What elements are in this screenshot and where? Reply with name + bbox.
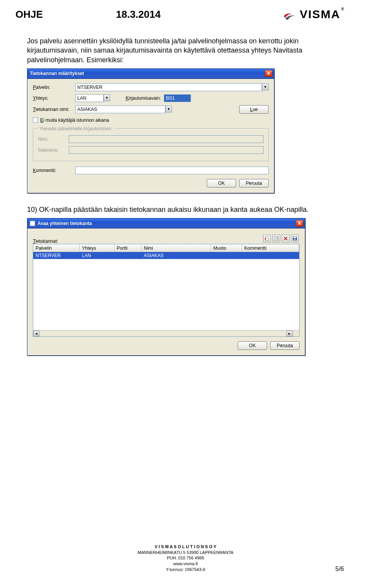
label-yhteys: Yhteys: bbox=[33, 95, 75, 101]
close-icon[interactable]: ✕ bbox=[296, 220, 303, 227]
col-muoto[interactable]: Muoto bbox=[211, 244, 242, 252]
footer-address: MANNERHEIMINKATU 5 53900 LAPPEENRANTA bbox=[0, 550, 371, 556]
cell-palvelin: NTSERVER bbox=[33, 253, 80, 258]
db-settings-titlebar[interactable]: Tietokannan määritykset ✕ bbox=[27, 69, 274, 79]
db-grid[interactable]: Palvelin Yhteys Portti Nimi Muoto Kommen… bbox=[33, 244, 300, 337]
grid-header: Palvelin Yhteys Portti Nimi Muoto Kommen… bbox=[33, 244, 299, 252]
footer-company: V I S M A S O L U T I O N S O Y bbox=[0, 544, 371, 550]
step10-paragraph: 10) OK-napilla päästään takaisin tietoka… bbox=[27, 205, 344, 214]
input-kommentti[interactable] bbox=[75, 167, 269, 174]
label-salasana: Salasana: bbox=[38, 147, 69, 153]
registered-icon: ® bbox=[341, 7, 345, 11]
chevron-down-icon[interactable]: ▼ bbox=[262, 84, 269, 90]
cell-nimi: ASIAKAS bbox=[141, 253, 211, 258]
svg-point-5 bbox=[275, 239, 276, 240]
chevron-down-icon[interactable]: ▼ bbox=[104, 94, 110, 101]
label-kommentti: Kommentti: bbox=[33, 168, 75, 173]
input-palvelin[interactable]: NTSERVER bbox=[75, 84, 262, 91]
label-ei-muita: Ei muita käyttäjiä istunnon aikana bbox=[40, 118, 109, 123]
open-db-titlebar[interactable]: Avaa yhteinen tietokanta ✕ bbox=[27, 218, 305, 228]
col-palvelin[interactable]: Palvelin bbox=[33, 244, 80, 252]
group-legend: Yleiselle palvelimelle kirjautuminen: bbox=[38, 126, 114, 131]
label-tietokannan-nimi: Tietokannan nimi: bbox=[33, 107, 75, 112]
page-number: 5/6 bbox=[335, 566, 344, 573]
input-salasana bbox=[69, 146, 264, 154]
svg-point-4 bbox=[275, 238, 276, 239]
intro-paragraph: Jos palvelu asennettiin yksilöidyllä tun… bbox=[27, 36, 344, 65]
col-kommentti[interactable]: Kommentti bbox=[242, 244, 299, 252]
new-icon[interactable] bbox=[263, 235, 271, 242]
input-kirjautumisavain[interactable]: BS1 bbox=[164, 94, 191, 102]
group-palvelimelle-kirjautuminen: Yleiselle palvelimelle kirjautuminen: Ni… bbox=[33, 126, 269, 161]
chevron-down-icon[interactable]: ▼ bbox=[165, 106, 172, 112]
footer: V I S M A S O L U T I O N S O Y MANNERHE… bbox=[0, 544, 371, 573]
peruuta-button[interactable]: Peruuta bbox=[270, 341, 300, 350]
table-row[interactable]: NTSERVER LAN ASIAKAS bbox=[33, 252, 299, 259]
visma-logo: VISMA ® bbox=[283, 8, 344, 21]
open-db-dialog: Avaa yhteinen tietokanta ✕ Tietokannat: bbox=[27, 218, 305, 356]
save-icon[interactable] bbox=[291, 235, 299, 242]
ok-button[interactable]: OK bbox=[207, 179, 236, 187]
ok-button[interactable]: OK bbox=[238, 341, 267, 350]
svg-rect-7 bbox=[276, 239, 278, 239]
doc-type: OHJE bbox=[15, 9, 116, 20]
db-settings-title: Tietokannan määritykset bbox=[30, 71, 265, 76]
db-settings-dialog: Tietokannan määritykset ✕ Palvelin: NTSE… bbox=[27, 68, 274, 193]
col-nimi[interactable]: Nimi bbox=[141, 244, 211, 252]
svg-rect-11 bbox=[294, 237, 296, 239]
label-tietokannat: Tietokannat: bbox=[33, 239, 58, 244]
input-yhteys[interactable]: LAN bbox=[75, 94, 104, 102]
scroll-corner bbox=[293, 330, 299, 336]
doc-date: 18.3.2014 bbox=[116, 9, 201, 20]
footer-ytunnus: Y-tunnus: 1967543-8 bbox=[0, 567, 371, 573]
col-yhteys[interactable]: Yhteys bbox=[80, 244, 114, 252]
visma-wordmark: VISMA bbox=[300, 8, 340, 21]
footer-phone: PUH. 010 756 4986 bbox=[0, 555, 371, 561]
svg-rect-2 bbox=[265, 238, 266, 239]
horizontal-scrollbar[interactable]: ◄ ► bbox=[33, 330, 293, 336]
scroll-left-icon[interactable]: ◄ bbox=[33, 331, 39, 336]
open-db-title: Avaa yhteinen tietokanta bbox=[37, 221, 296, 226]
scroll-right-icon[interactable]: ► bbox=[286, 331, 293, 336]
svg-rect-3 bbox=[274, 237, 279, 241]
close-icon[interactable]: ✕ bbox=[265, 70, 272, 77]
input-nimi bbox=[69, 135, 264, 143]
visma-swoosh-icon bbox=[283, 10, 297, 19]
footer-web: www.visma.fi bbox=[0, 561, 371, 567]
svg-rect-6 bbox=[276, 238, 278, 238]
input-tietokannan-nimi[interactable]: ASIAKAS bbox=[75, 106, 165, 113]
label-palvelin: Palvelin: bbox=[33, 85, 75, 90]
properties-icon[interactable] bbox=[272, 235, 280, 242]
col-portti[interactable]: Portti bbox=[114, 244, 141, 252]
window-icon bbox=[30, 221, 35, 226]
lue-button[interactable]: Lue bbox=[239, 105, 269, 114]
peruuta-button[interactable]: Peruuta bbox=[239, 179, 269, 187]
svg-rect-12 bbox=[294, 239, 296, 240]
label-kirjautumisavain: Kirjautumisavain: bbox=[126, 95, 161, 101]
checkbox-ei-muita[interactable] bbox=[33, 118, 38, 123]
delete-icon[interactable] bbox=[282, 235, 289, 242]
cell-yhteys: LAN bbox=[80, 253, 114, 258]
label-nimi: Nimi: bbox=[38, 136, 69, 142]
